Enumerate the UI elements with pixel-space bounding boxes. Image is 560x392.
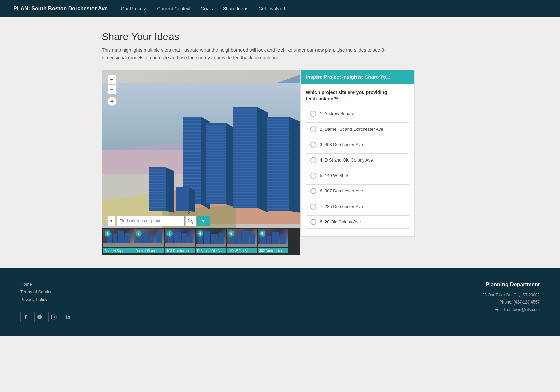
email-label: Email: xyxy=(494,307,507,312)
svg-rect-167 xyxy=(156,232,162,244)
svg-rect-181 xyxy=(242,231,249,245)
svg-rect-175 xyxy=(204,231,210,245)
svg-rect-173 xyxy=(165,243,195,247)
radio-option-2[interactable]: 2. Darnell St and Dorchester Ave xyxy=(306,122,409,136)
thumb-number-6: 6 xyxy=(259,230,265,237)
footer-dept: Planning Department xyxy=(480,282,540,288)
footer-address: 123 Our Town Dr., City, ST 20002 xyxy=(480,292,540,299)
thumb-number-4: 4 xyxy=(197,230,203,237)
search-filter-button[interactable]: ▾ xyxy=(107,216,115,226)
instagram-icon[interactable] xyxy=(48,312,59,322)
svg-rect-11 xyxy=(183,130,201,132)
svg-rect-165 xyxy=(143,233,148,244)
nav-brand[interactable]: PLAN: South Boston Dorchester Ave xyxy=(13,6,108,12)
thumb-number-2: 2 xyxy=(136,230,142,237)
facebook-icon[interactable] xyxy=(20,312,31,322)
thumb-item-4[interactable]: 4 D St and Old Colon... xyxy=(196,229,226,253)
email-link[interactable]: ourtown@city.com xyxy=(507,307,540,312)
radio-circle-1 xyxy=(310,111,316,117)
footer-link-home[interactable]: Home xyxy=(20,282,73,287)
search-button[interactable]: 🔍 xyxy=(185,216,196,226)
map-survey-container: I-2 + − ⊕ ▾ 🔍 ▾ xyxy=(102,70,458,255)
thumb-item-2[interactable]: 2 Darnell St and Dorc... xyxy=(134,229,164,253)
thumbnail-strip: 1 Andrew Square 2 Darnell St xyxy=(102,228,300,255)
chevron-down-icon: ▾ xyxy=(110,219,112,223)
svg-rect-171 xyxy=(182,233,187,244)
svg-rect-9 xyxy=(183,123,201,125)
sidebar-header: Inspire Project Insights: Share Yo... xyxy=(301,70,414,84)
svg-rect-103 xyxy=(267,117,289,211)
thumb-item-5[interactable]: 5 149 W 9th St xyxy=(227,229,257,253)
svg-rect-168 xyxy=(134,243,164,247)
thumb-item-3[interactable]: 3 408 Dorchester Ave xyxy=(165,229,195,253)
expand-button[interactable]: ▾ xyxy=(197,216,210,226)
radio-label-3: 3. 408 Dorchester Ave xyxy=(320,142,363,147)
svg-rect-166 xyxy=(149,235,154,244)
svg-rect-172 xyxy=(188,236,193,244)
google-plus-icon[interactable] xyxy=(34,312,45,322)
survey-sidebar: Inspire Project Insights: Share Yo... Wh… xyxy=(300,70,415,237)
footer-link-tos[interactable]: Terms of Service xyxy=(20,289,73,294)
radio-label-5: 5. 149 W 9th St xyxy=(320,173,350,178)
nav-item-process[interactable]: Our Process xyxy=(121,6,147,11)
svg-marker-104 xyxy=(289,117,300,213)
radio-option-4[interactable]: 4. D St and Old Colony Ave xyxy=(306,153,409,167)
chevron-down-icon-expand: ▾ xyxy=(202,218,205,224)
nav-link-share[interactable]: Share Ideas xyxy=(223,6,249,11)
thumb-item-6[interactable]: 6 307 Dorchester... xyxy=(258,229,288,253)
nav-link-involved[interactable]: Get Involved xyxy=(258,6,285,11)
radio-label-4: 4. D St and Old Colony Ave xyxy=(320,157,373,163)
svg-rect-23 xyxy=(183,171,201,172)
map-controls: + − ⊕ xyxy=(107,75,117,106)
svg-rect-22 xyxy=(183,167,201,169)
svg-rect-18 xyxy=(183,154,201,155)
thumb-label-2: Darnell St and Dorc... xyxy=(134,248,164,253)
linkedin-icon[interactable] xyxy=(63,312,73,322)
thumb-item-1[interactable]: 1 Andrew Square xyxy=(103,229,134,253)
svg-rect-189 xyxy=(51,315,56,319)
svg-rect-26 xyxy=(183,181,201,182)
radio-option-6[interactable]: 6. 307 Dorchester Ave xyxy=(306,184,409,198)
nav-link-goals[interactable]: Goals xyxy=(200,6,213,11)
svg-marker-140 xyxy=(166,167,174,213)
radio-option-5[interactable]: 5. 149 W 9th St xyxy=(306,169,409,182)
radio-circle-8 xyxy=(310,219,316,225)
svg-rect-176 xyxy=(211,234,218,245)
svg-rect-27 xyxy=(183,184,201,185)
radio-option-3[interactable]: 3. 408 Dorchester Ave xyxy=(306,138,409,151)
radio-circle-6 xyxy=(310,188,316,194)
nav-item-involved[interactable]: Get Involved xyxy=(258,6,285,11)
nav-link-process[interactable]: Our Process xyxy=(121,6,147,11)
thumb-label-4: D St and Old Colon... xyxy=(196,248,226,253)
nav-item-goals[interactable]: Goals xyxy=(200,6,213,11)
svg-rect-20 xyxy=(183,161,201,162)
radio-option-7[interactable]: 7. 285 Dorchester Ave xyxy=(306,200,409,213)
svg-rect-185 xyxy=(267,236,271,245)
svg-rect-10 xyxy=(183,127,201,128)
radio-option-1[interactable]: 1. Andrew Square xyxy=(306,107,409,120)
required-star: * xyxy=(336,96,338,101)
nav-item-share[interactable]: Share Ideas xyxy=(223,6,249,11)
svg-point-192 xyxy=(66,315,67,316)
footer-phone: Phone: (434)123-4567 xyxy=(480,299,540,306)
svg-rect-191 xyxy=(66,316,67,319)
thumb-label-3: 408 Dorchester Ave xyxy=(165,248,195,253)
svg-rect-156 xyxy=(176,187,189,211)
svg-rect-164 xyxy=(136,236,142,244)
svg-rect-183 xyxy=(227,244,257,247)
svg-rect-188 xyxy=(258,244,288,247)
radio-label-8: 8. 20 Old Colony Ave xyxy=(320,219,361,224)
compass-button[interactable]: ⊕ xyxy=(107,97,117,106)
map-area: I-2 + − ⊕ ▾ 🔍 ▾ xyxy=(102,70,300,255)
map-3d-view[interactable]: I-2 xyxy=(102,70,300,255)
radio-option-8[interactable]: 8. 20 Old Colony Ave xyxy=(306,215,409,229)
nav-links: Our Process Current Context Goals Share … xyxy=(121,6,285,11)
search-input[interactable] xyxy=(117,216,184,226)
svg-rect-14 xyxy=(183,140,201,142)
nav-link-context[interactable]: Current Context xyxy=(157,6,191,11)
nav-item-context[interactable]: Current Context xyxy=(157,6,191,11)
footer-link-privacy[interactable]: Privacy Policy xyxy=(20,297,73,302)
zoom-out-button[interactable]: − xyxy=(107,84,117,94)
radio-label-6: 6. 307 Dorchester Ave xyxy=(320,188,363,193)
zoom-in-button[interactable]: + xyxy=(107,75,117,84)
